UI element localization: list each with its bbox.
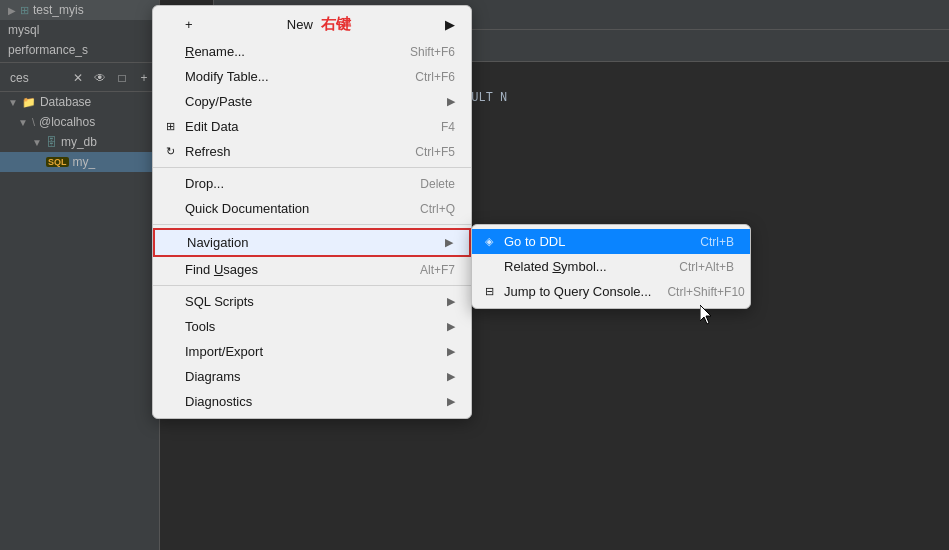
sidebar-item-label: performance_s	[8, 43, 88, 57]
submenu-arrow: ▶	[445, 236, 453, 249]
sidebar-item-mydb[interactable]: ▼ 🗄 my_db	[0, 132, 159, 152]
rename-label: Rename...	[185, 44, 245, 59]
separator-1	[153, 167, 471, 168]
context-menu: + New 右键 ▶ Rename... Shift+F6 Modify Tab…	[152, 5, 472, 419]
navigation-container: Navigation ▶ ◈ Go to DDL Ctrl+B Related …	[153, 228, 471, 257]
modify-table-shortcut: Ctrl+F6	[415, 70, 455, 84]
find-usages-shortcut: Alt+F7	[420, 263, 455, 277]
menu-item-jump-to-query[interactable]: ⊟ Jump to Query Console... Ctrl+Shift+F1…	[472, 279, 750, 304]
sql-scripts-label: SQL Scripts	[185, 294, 254, 309]
menu-item-modify-table[interactable]: Modify Table... Ctrl+F6	[153, 64, 471, 89]
sidebar-item-test-myisam[interactable]: ▶ ⊞ test_myis	[0, 0, 159, 20]
menu-item-rename[interactable]: Rename... Shift+F6	[153, 39, 471, 64]
menu-item-tools[interactable]: Tools ▶	[153, 314, 471, 339]
jump-to-query-label: Jump to Query Console...	[504, 284, 651, 299]
menu-item-diagnostics[interactable]: Diagnostics ▶	[153, 389, 471, 414]
menu-item-drop[interactable]: Drop... Delete	[153, 171, 471, 196]
submenu-arrow: ▶	[447, 95, 455, 108]
sidebar-item-localhost[interactable]: ▼ \ @localhos	[0, 112, 159, 132]
sidebar-item-label: @localhos	[39, 115, 95, 129]
sidebar-item-database[interactable]: ▼ 📁 Database	[0, 92, 159, 112]
submenu-arrow: ▶	[447, 370, 455, 383]
rename-shortcut: Shift+F6	[410, 45, 455, 59]
sql-badge: SQL	[46, 157, 69, 167]
copy-paste-label: Copy/Paste	[185, 94, 252, 109]
menu-item-refresh[interactable]: ↻ Refresh Ctrl+F5	[153, 139, 471, 164]
menu-item-related-symbol[interactable]: Related Symbol... Ctrl+Alt+B	[472, 254, 750, 279]
server-icon: \	[32, 116, 35, 128]
menu-item-diagrams[interactable]: Diagrams ▶	[153, 364, 471, 389]
add-icon[interactable]: +	[135, 69, 153, 87]
menu-item-go-to-ddl[interactable]: ◈ Go to DDL Ctrl+B	[472, 229, 750, 254]
close-icon[interactable]: ✕	[69, 69, 87, 87]
tools-label: Tools	[185, 319, 215, 334]
sidebar-toolbar: ces ✕ 👁 □ +	[0, 65, 159, 92]
expand-arrow: ▶	[8, 5, 16, 16]
sidebar-item-mysql[interactable]: mysql	[0, 20, 159, 40]
separator-2	[153, 224, 471, 225]
go-to-ddl-shortcut: Ctrl+B	[700, 235, 734, 249]
submenu-arrow: ▶	[445, 17, 455, 32]
related-symbol-shortcut: Ctrl+Alt+B	[679, 260, 734, 274]
new-label: New	[287, 17, 313, 32]
right-click-label: 右键	[321, 15, 351, 34]
drop-shortcut: Delete	[420, 177, 455, 191]
sidebar-item-performance[interactable]: performance_s	[0, 40, 159, 60]
jump-to-query-shortcut: Ctrl+Shift+F10	[667, 285, 744, 299]
sidebar-item-label: Database	[40, 95, 91, 109]
related-symbol-label: Related Symbol...	[504, 259, 607, 274]
separator-3	[153, 285, 471, 286]
table-icon: ⊞	[20, 4, 29, 17]
submenu-arrow: ▶	[447, 395, 455, 408]
quick-doc-shortcut: Ctrl+Q	[420, 202, 455, 216]
jump-to-query-icon: ⊟	[480, 283, 498, 301]
navigation-submenu: ◈ Go to DDL Ctrl+B Related Symbol... Ctr…	[471, 224, 751, 309]
go-to-ddl-label: Go to DDL	[504, 234, 565, 249]
diagnostics-label: Diagnostics	[185, 394, 252, 409]
sidebar-item-table[interactable]: SQL my_	[0, 152, 159, 172]
import-export-label: Import/Export	[185, 344, 263, 359]
find-usages-label: Find Usages	[185, 262, 258, 277]
sidebar-item-label: mysql	[8, 23, 39, 37]
menu-item-new[interactable]: + New 右键 ▶	[153, 10, 471, 39]
sidebar-item-label: test_myis	[33, 3, 84, 17]
menu-item-import-export[interactable]: Import/Export ▶	[153, 339, 471, 364]
expand-arrow: ▼	[18, 117, 28, 128]
menu-item-edit-data[interactable]: ⊞ Edit Data F4	[153, 114, 471, 139]
expand-arrow: ▼	[8, 97, 18, 108]
submenu-arrow: ▶	[447, 295, 455, 308]
submenu-arrow: ▶	[447, 345, 455, 358]
refresh-label: Refresh	[185, 144, 231, 159]
sidebar: ▶ ⊞ test_myis mysql performance_s ces ✕ …	[0, 0, 160, 550]
database-folder-icon: 📁	[22, 96, 36, 109]
go-to-ddl-icon: ◈	[480, 233, 498, 251]
navigation-label: Navigation	[187, 235, 248, 250]
database-icon: 🗄	[46, 136, 57, 148]
edit-data-shortcut: F4	[441, 120, 455, 134]
menu-item-copy-paste[interactable]: Copy/Paste ▶	[153, 89, 471, 114]
menu-item-navigation[interactable]: Navigation ▶	[153, 228, 471, 257]
ces-label: ces	[6, 69, 33, 87]
menu-item-find-usages[interactable]: Find Usages Alt+F7	[153, 257, 471, 282]
edit-data-label: Edit Data	[185, 119, 238, 134]
menu-item-quick-doc[interactable]: Quick Documentation Ctrl+Q	[153, 196, 471, 221]
edit-data-icon: ⊞	[161, 118, 179, 136]
new-folder-icon[interactable]: □	[113, 69, 131, 87]
new-icon: +	[185, 17, 193, 32]
modify-table-label: Modify Table...	[185, 69, 269, 84]
sidebar-item-label: my_db	[61, 135, 97, 149]
menu-item-sql-scripts[interactable]: SQL Scripts ▶	[153, 289, 471, 314]
quick-doc-label: Quick Documentation	[185, 201, 309, 216]
refresh-icon: ↻	[161, 143, 179, 161]
expand-arrow: ▼	[32, 137, 42, 148]
eye-icon[interactable]: 👁	[91, 69, 109, 87]
drop-label: Drop...	[185, 176, 224, 191]
submenu-arrow: ▶	[447, 320, 455, 333]
sidebar-item-label: my_	[73, 155, 96, 169]
divider	[0, 62, 159, 63]
refresh-shortcut: Ctrl+F5	[415, 145, 455, 159]
diagrams-label: Diagrams	[185, 369, 241, 384]
